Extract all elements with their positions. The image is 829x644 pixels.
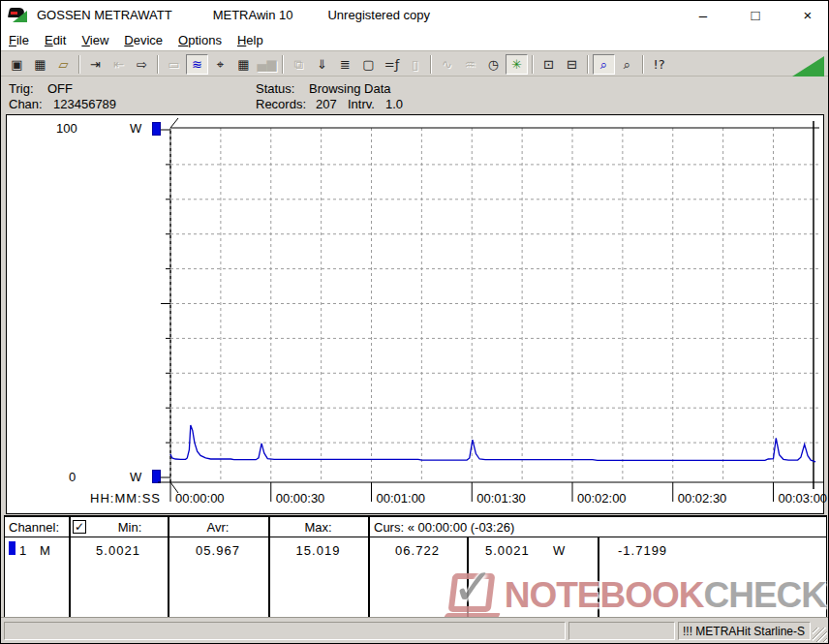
toolbar: ▣▦▱⇥⇤⇨▭≋⌖▦▄▆⧉⇓≣▢=ƒ▯∿♒◷✳⊡⊟⌕⌕!? [1,52,828,77]
title-bar: GOSSEN METRAWATT METRAwin 10 Unregistere… [1,1,828,29]
menu-bar: FileEditViewDeviceOptionsHelp [1,29,828,51]
cursor-value-c: -1.7199 [618,543,667,558]
records-value: 207 [316,97,337,111]
toolbar-separator [157,55,159,74]
min-value: 5.0021 [69,543,168,558]
acquisition-infobar: Trig: OFF Chan: 123456789 Status: Browsi… [1,77,828,114]
interval-label: Intrv. [348,97,375,111]
statusbar-panel-secondary [568,622,675,640]
title-license-note: Unregistered copy [327,8,430,22]
channel-visible-checkbox[interactable]: ✓ [73,520,86,534]
zoom-free-icon[interactable]: ⌕ [616,54,638,75]
metrawin-window: GOSSEN METRAWATT METRAwin 10 Unregistere… [0,0,829,644]
records-label: Records: [256,97,306,111]
status-label: Status: [256,81,294,96]
max-column-header: Max: [268,520,368,535]
zoom-curve-icon[interactable]: ⌕ [593,54,615,75]
table-divider [368,517,370,618]
cursor-stats-table: Channel: ✓ Min: Avr: Max: Curs: « 00:00:… [4,515,827,619]
status-bar: !!! METRAHit Starline-S [1,617,828,643]
menu-device[interactable]: Device [116,31,170,49]
min-column-header: Min: [92,520,168,535]
toolbar-separator [282,55,284,74]
table-divider [69,517,71,618]
statusbar-panel-device: !!! METRAHit Starline-S [678,622,811,640]
device-write-icon[interactable]: ⇥ [84,54,107,75]
plot-canvas[interactable] [7,115,823,513]
cursor-value-b: 5.0021 [485,543,530,558]
wave-pair-icon: ∿ [436,54,458,75]
trig-value: OFF [47,81,73,96]
chart-panel[interactable]: 100 W 0 W HH:MM:SS 00:00:0000:00:3000:01… [6,114,824,514]
chan-label: Chan: [9,97,43,111]
save-as-icon[interactable]: ▦ [29,54,51,75]
channel-column-header: Channel: [9,520,59,535]
menu-help[interactable]: Help [230,31,271,49]
device-clear-icon: ⇤ [107,54,130,75]
minimize-icon[interactable]: – [694,7,712,23]
interval-value: 1.0 [385,97,403,111]
close-icon[interactable]: × [799,7,816,23]
live-monitor-icon[interactable]: ✳ [506,54,528,75]
max-value: 15.019 [268,543,368,558]
toolbar-separator [587,55,589,74]
window-title: GOSSEN METRAWATT METRAwin 10 Unregistere… [37,8,430,22]
save-icon[interactable]: ▣ [6,54,28,75]
toolbar-separator [78,55,80,74]
channel-id: 1 [19,543,27,558]
wave-dense-icon: ♒ [459,54,481,75]
avr-column-header: Avr: [168,520,268,535]
bargraph-view-icon: ▄▆ [256,54,278,75]
app-logo-icon [9,8,27,22]
open-icon[interactable]: ▱ [52,54,75,75]
toolbar-separator [430,55,432,74]
channel-config-icon[interactable]: ≣ [334,54,356,75]
print-preview-icon[interactable]: ⊡ [537,54,560,75]
trig-label: Trig: [9,81,34,96]
table-view-icon[interactable]: ▦ [232,54,255,75]
meter-display-icon: ▭ [163,54,185,75]
cursor-column-header: Curs: « 00:00:00 (-03:26) [374,520,514,535]
table-divider [598,537,599,618]
menu-file[interactable]: File [1,31,37,49]
title-app-name: GOSSEN METRAWATT [37,8,172,22]
device-store-icon[interactable]: ⇓ [311,54,333,75]
monitor-icon[interactable]: ▢ [357,54,380,75]
resize-grip[interactable] [813,628,827,642]
hint-bubble-icon[interactable]: !? [648,54,670,75]
table-divider [467,537,469,618]
print-icon[interactable]: ⊟ [561,54,583,75]
timer-icon[interactable]: ◷ [482,54,505,75]
chan-value: 123456789 [53,97,116,111]
menu-view[interactable]: View [74,31,116,49]
channel-row-color-marker [9,541,15,555]
menu-options[interactable]: Options [170,31,230,49]
toolbar-separator [532,55,534,74]
maximize-icon[interactable]: □ [747,7,764,23]
statusbar-panel-main [4,622,566,640]
formula-icon[interactable]: =ƒ [381,54,403,75]
cursor-value-b-unit: W [553,543,566,558]
scope-view-icon[interactable]: ⌖ [209,54,231,75]
status-value: Browsing Data [309,81,391,96]
curve-view-icon[interactable]: ≋ [186,54,208,75]
avr-value: 05.967 [168,543,268,558]
data-series-line [170,425,815,462]
channel-mode: M [40,543,51,558]
device-read-icon[interactable]: ⇨ [131,54,153,75]
title-product: METRAwin 10 [213,8,293,22]
cursor-value-a: 06.722 [368,543,467,558]
corner-status-triangle [792,56,824,77]
device-offline-icon: ▯ [404,54,426,75]
table-header-rule [5,537,826,537]
toolbar-separator [642,55,644,74]
menu-edit[interactable]: Edit [37,31,74,49]
export-icon: ⧉ [288,54,310,75]
